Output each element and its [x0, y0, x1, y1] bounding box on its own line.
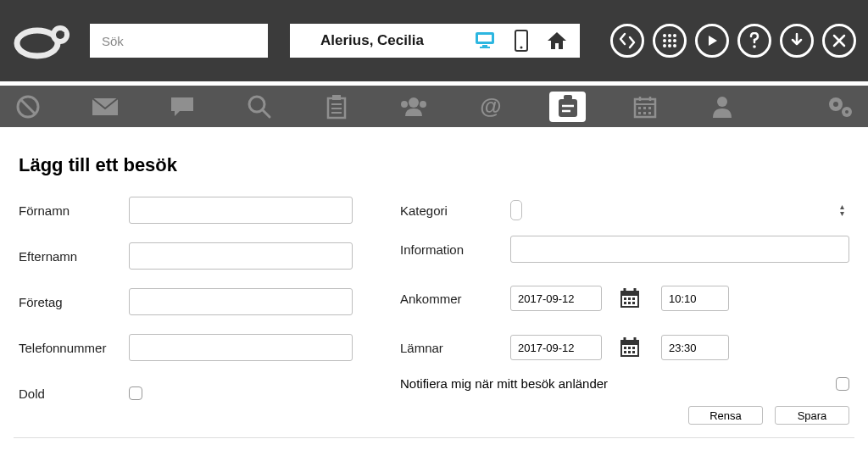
- svg-rect-42: [643, 107, 646, 109]
- nav-settings-icon[interactable]: [821, 92, 858, 122]
- svg-point-17: [673, 44, 676, 47]
- svg-line-20: [21, 100, 35, 114]
- mobile-icon[interactable]: [510, 30, 532, 52]
- svg-rect-60: [628, 302, 631, 304]
- svg-rect-34: [564, 95, 572, 100]
- rensa-button[interactable]: Rensa: [688, 406, 763, 425]
- svg-rect-66: [624, 347, 626, 349]
- refresh-button[interactable]: [610, 24, 644, 58]
- svg-point-16: [668, 44, 671, 47]
- svg-point-49: [833, 102, 838, 107]
- label-dold: Dold: [19, 386, 129, 401]
- information-input[interactable]: [510, 236, 849, 263]
- foretag-input[interactable]: [129, 288, 353, 315]
- home-icon[interactable]: [546, 30, 568, 52]
- svg-rect-70: [628, 351, 631, 353]
- current-user-name: Alerius, Cecilia: [302, 32, 461, 49]
- visit-form: Förnamn Efternamn Företag Telefonnummer …: [19, 197, 849, 425]
- svg-rect-44: [638, 112, 641, 114]
- svg-rect-46: [648, 112, 651, 114]
- nav-mail-icon[interactable]: [87, 92, 124, 122]
- label-fornamn: Förnamn: [19, 203, 129, 218]
- lamnar-date-input[interactable]: [510, 335, 602, 360]
- nav-profile-icon[interactable]: [704, 92, 740, 122]
- svg-rect-4: [478, 35, 492, 42]
- svg-rect-41: [638, 107, 641, 109]
- nav-chat-icon[interactable]: [164, 92, 201, 122]
- play-button[interactable]: [695, 24, 729, 58]
- download-button[interactable]: [780, 24, 814, 58]
- label-telefonnummer: Telefonnummer: [19, 341, 129, 355]
- svg-point-51: [845, 110, 849, 114]
- ankommer-time-input[interactable]: [661, 286, 729, 311]
- chevron-updown-icon: ▴▾: [840, 203, 844, 217]
- svg-rect-71: [632, 351, 635, 353]
- svg-rect-61: [632, 302, 635, 304]
- page-title: Lägg till ett besök: [19, 154, 849, 176]
- svg-rect-5: [482, 45, 487, 47]
- nav-clipboard-icon[interactable]: [319, 92, 355, 122]
- main-content: Lägg till ett besök Förnamn Efternamn Fö…: [0, 127, 868, 425]
- svg-point-12: [663, 39, 666, 42]
- spara-button[interactable]: Spara: [775, 406, 849, 425]
- notifiera-checkbox[interactable]: [836, 377, 849, 391]
- fornamn-input[interactable]: [129, 197, 353, 224]
- dold-checkbox[interactable]: [129, 386, 142, 400]
- ankommer-date-input[interactable]: [510, 286, 602, 311]
- nav-calendar-icon[interactable]: [626, 92, 663, 122]
- svg-point-9: [663, 34, 666, 37]
- lamnar-calendar-icon[interactable]: [617, 336, 643, 359]
- header-actions: [610, 24, 856, 58]
- divider: [14, 437, 854, 438]
- app-header: Alerius, Cecilia: [0, 0, 868, 81]
- label-efternamn: Efternamn: [19, 249, 129, 264]
- label-information: Information: [400, 242, 510, 257]
- svg-line-23: [263, 110, 270, 117]
- svg-rect-56: [624, 297, 626, 300]
- nav-group-icon[interactable]: [396, 92, 432, 122]
- help-button[interactable]: [737, 24, 771, 58]
- svg-rect-67: [628, 347, 631, 349]
- label-ankommer: Ankommer: [400, 292, 510, 306]
- svg-point-29: [409, 97, 419, 108]
- efternamn-input[interactable]: [129, 242, 353, 270]
- svg-point-18: [753, 45, 756, 48]
- svg-point-47: [717, 97, 727, 107]
- svg-point-11: [673, 34, 676, 37]
- svg-rect-25: [332, 95, 341, 100]
- close-button[interactable]: [822, 24, 856, 58]
- nav-block-icon[interactable]: [10, 92, 47, 122]
- nav-badge-icon[interactable]: [549, 92, 586, 122]
- kategori-select[interactable]: [510, 200, 522, 220]
- grid-button[interactable]: [653, 24, 687, 58]
- label-lamnar: Lämnar: [400, 341, 510, 355]
- svg-text:@: @: [480, 94, 501, 119]
- search-input[interactable]: [90, 24, 268, 58]
- ankommer-calendar-icon[interactable]: [617, 287, 643, 309]
- svg-point-30: [401, 101, 408, 108]
- svg-point-13: [668, 39, 671, 42]
- display-icon[interactable]: [475, 30, 497, 52]
- label-notifiera: Notifiera mig när mitt besök anländer: [400, 376, 836, 391]
- nav-at-icon[interactable]: @: [472, 92, 509, 122]
- svg-point-14: [673, 39, 676, 42]
- svg-rect-43: [648, 107, 651, 109]
- svg-rect-68: [632, 347, 635, 349]
- svg-point-15: [663, 44, 666, 47]
- app-logo: [12, 15, 78, 66]
- svg-point-8: [520, 47, 523, 49]
- label-kategori: Kategori: [400, 203, 510, 218]
- nav-search-icon[interactable]: [242, 92, 278, 122]
- telefonnummer-input[interactable]: [129, 334, 353, 361]
- svg-rect-57: [628, 297, 631, 300]
- secondary-nav: @: [0, 86, 868, 127]
- svg-rect-63: [622, 345, 637, 355]
- svg-point-31: [420, 101, 426, 108]
- svg-rect-59: [624, 302, 626, 304]
- svg-rect-53: [622, 296, 637, 306]
- svg-rect-69: [624, 351, 626, 353]
- label-foretag: Företag: [19, 295, 129, 309]
- user-context-bar: Alerius, Cecilia: [290, 24, 580, 58]
- svg-point-10: [668, 34, 671, 37]
- lamnar-time-input[interactable]: [661, 335, 729, 360]
